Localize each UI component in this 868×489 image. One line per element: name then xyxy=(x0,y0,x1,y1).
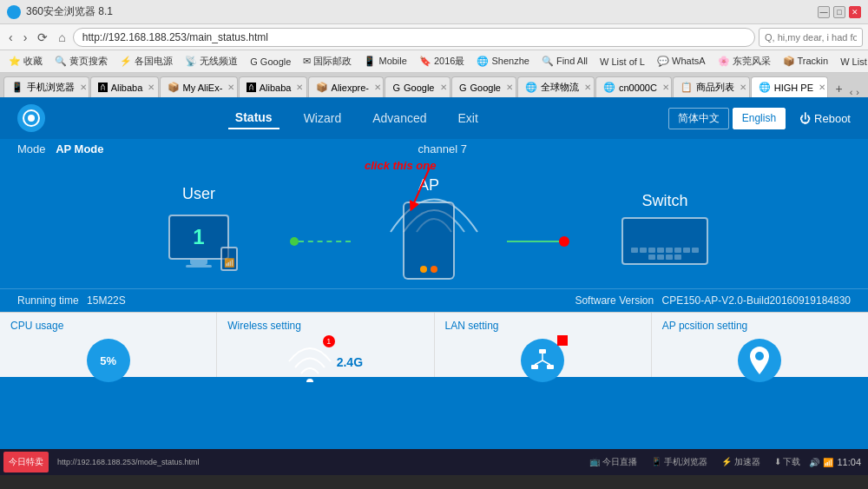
lang-english[interactable]: English xyxy=(733,108,786,129)
tab-product[interactable]: 📋商品列表✕ xyxy=(673,76,749,97)
svg-point-4 xyxy=(306,379,313,382)
tray-icons: 🔊 📶 xyxy=(809,458,833,467)
tab-aliex[interactable]: 📦My AliEx-✕ xyxy=(160,76,238,97)
lang-chinese[interactable]: 简体中文 xyxy=(668,108,729,129)
bookmark-google[interactable]: G Google xyxy=(245,55,296,69)
maximize-button[interactable]: □ xyxy=(833,6,845,18)
wireless-card-title: Wireless setting xyxy=(227,320,423,332)
info-cards: CPU usage 5% Wireless setting xyxy=(0,312,868,377)
tab-alibaba2[interactable]: 🅰Alibaba✕ xyxy=(239,76,307,97)
bookmark-trackin[interactable]: 📦 Trackin xyxy=(778,54,834,69)
annotation-text: click this one xyxy=(365,159,436,172)
title-bar: 360安全浏览器 8.1 — □ ✕ xyxy=(0,0,868,24)
tab-add-button[interactable]: + xyxy=(829,80,848,97)
taskbar-url-display: http://192.168.188.253/mode_status.html xyxy=(52,452,205,472)
tab-google1[interactable]: GGoogle✕ xyxy=(385,76,450,97)
bookmark-huangye[interactable]: 🔍 黄页搜索 xyxy=(49,53,113,69)
phone-icon: 📶 xyxy=(220,247,238,271)
svg-point-11 xyxy=(755,352,764,360)
nav-wizard[interactable]: Wizard xyxy=(297,108,349,129)
bookmark-2016[interactable]: 🔖 2016最 xyxy=(414,53,470,69)
refresh-button[interactable]: ⟳ xyxy=(34,29,51,46)
green-dot-left xyxy=(290,237,299,246)
back-button[interactable]: ‹ xyxy=(5,29,16,46)
svg-rect-6 xyxy=(531,365,538,369)
router-logo xyxy=(17,104,45,132)
minimize-button[interactable]: — xyxy=(818,6,830,18)
port-6 xyxy=(674,248,681,253)
bookmark-favorites[interactable]: ⭐ 收藏 xyxy=(3,53,48,69)
port-3 xyxy=(648,248,655,253)
taskbar-accelerator[interactable]: ⚡ 加速器 xyxy=(716,452,766,472)
lan-card-title: LAN setting xyxy=(445,320,641,332)
status-url: http://192.168.188.253/mode_status.html xyxy=(57,458,200,466)
bookmark-shenzhe[interactable]: 🌐 Shenzhe xyxy=(471,54,534,69)
tab-alibaba1[interactable]: 🅰Alibaba✕ xyxy=(90,76,159,97)
tab-highpe[interactable]: 🌐HIGH PE✕ xyxy=(751,76,829,97)
ap-light-2 xyxy=(431,266,437,273)
bookmark-dongguan[interactable]: 🌸 东莞风采 xyxy=(713,53,776,69)
taskbar-download[interactable]: ⬇ 下载 xyxy=(769,452,806,472)
bookmark-power[interactable]: ⚡ 各国电源 xyxy=(115,53,178,69)
router-subheader: Mode AP Mode channel 7 xyxy=(0,139,868,159)
bookmark-wlist1[interactable]: W List of L xyxy=(595,55,650,69)
wireless-card[interactable]: Wireless setting 1 2 xyxy=(217,313,434,377)
dashed-line-left xyxy=(299,241,351,242)
home-button[interactable]: ⌂ xyxy=(55,29,69,46)
speaker-icon: 🔊 xyxy=(809,458,819,467)
tab-cn[interactable]: 🌐cn0000C✕ xyxy=(595,76,672,97)
bookmark-findall[interactable]: 🔍 Find All xyxy=(536,54,593,69)
tab-aliexpre[interactable]: 📦Aliexpre-✕ xyxy=(308,76,385,97)
router-admin-page: Status Wizard Advanced Exit 简体中文 English… xyxy=(0,97,868,449)
address-bar: ‹ › ⟳ ⌂ xyxy=(0,24,868,50)
lan-card[interactable]: LAN setting xyxy=(435,313,652,377)
port-9 xyxy=(648,254,655,260)
cpu-card-content: 5% xyxy=(10,339,206,382)
ap-light-1 xyxy=(420,266,427,273)
bookmark-wireless[interactable]: 📡 无线频道 xyxy=(180,53,243,69)
nav-advanced[interactable]: Advanced xyxy=(365,108,433,129)
bookmark-whatsapp[interactable]: 💬 WhatsA xyxy=(652,54,711,69)
left-connection xyxy=(290,237,351,246)
window-controls: — □ ✕ xyxy=(818,6,861,18)
nav-back-tab[interactable]: ‹ xyxy=(850,87,853,97)
taskbar-live[interactable]: 📺 今日直播 xyxy=(584,452,642,472)
user-label: User xyxy=(182,185,215,203)
nav-forward-tab[interactable]: › xyxy=(856,87,859,97)
bookmarks-bar: ⭐ 收藏 🔍 黄页搜索 ⚡ 各国电源 📡 无线频道 G Google ✉ 国际邮… xyxy=(0,50,868,73)
reboot-button[interactable]: ⏻ Reboot xyxy=(799,112,851,125)
cpu-card[interactable]: CPU usage 5% xyxy=(0,313,217,377)
taskbar-start[interactable]: 今日特卖 xyxy=(3,452,49,472)
ap-label: AP xyxy=(418,176,439,195)
wireless-band: 2.4G xyxy=(337,355,363,369)
user-device: 1 📶 xyxy=(160,210,238,271)
router-status-bar: Running time 15M22S Software Version CPE… xyxy=(0,288,868,312)
svg-line-9 xyxy=(535,360,542,365)
tab-wuliu[interactable]: 🌐全球物流✕ xyxy=(517,76,594,97)
bookmark-mobile[interactable]: 📱 Mobile xyxy=(358,54,411,69)
software-version-display: Software Version CPE150-AP-V2.0-Build201… xyxy=(575,294,851,307)
tab-shouji[interactable]: 📱手机浏览器✕ xyxy=(3,76,89,97)
svg-point-1 xyxy=(28,115,35,122)
window-title: 360安全浏览器 8.1 xyxy=(26,4,818,19)
mode-display: Mode AP Mode xyxy=(17,142,104,155)
ap-position-card[interactable]: AP pcsition setting xyxy=(652,313,868,377)
url-input[interactable] xyxy=(73,28,755,47)
nav-exit[interactable]: Exit xyxy=(451,108,485,129)
tabs-bar: 📱手机浏览器✕ 🅰Alibaba✕ 📦My AliEx-✕ 🅰Alibaba✕ … xyxy=(0,73,868,97)
bookmark-wlist2[interactable]: W List of L xyxy=(835,55,868,69)
red-dot xyxy=(559,236,569,247)
click-annotation: click this one xyxy=(365,159,436,172)
start-label: 今日特卖 xyxy=(9,456,43,468)
search-input[interactable] xyxy=(759,28,863,47)
tab-google2[interactable]: GGoogle✕ xyxy=(451,76,517,97)
ap-position-icon xyxy=(738,339,781,382)
close-button[interactable]: ✕ xyxy=(849,6,861,18)
switch-ports xyxy=(630,248,700,260)
switch-device-icon xyxy=(621,217,708,265)
forward-button[interactable]: › xyxy=(20,29,31,46)
taskbar-mobile[interactable]: 📱 手机浏览器 xyxy=(646,452,713,472)
solid-line-right xyxy=(507,241,559,242)
nav-status[interactable]: Status xyxy=(228,107,279,129)
bookmark-mail[interactable]: ✉ 国际邮政 xyxy=(298,53,357,69)
